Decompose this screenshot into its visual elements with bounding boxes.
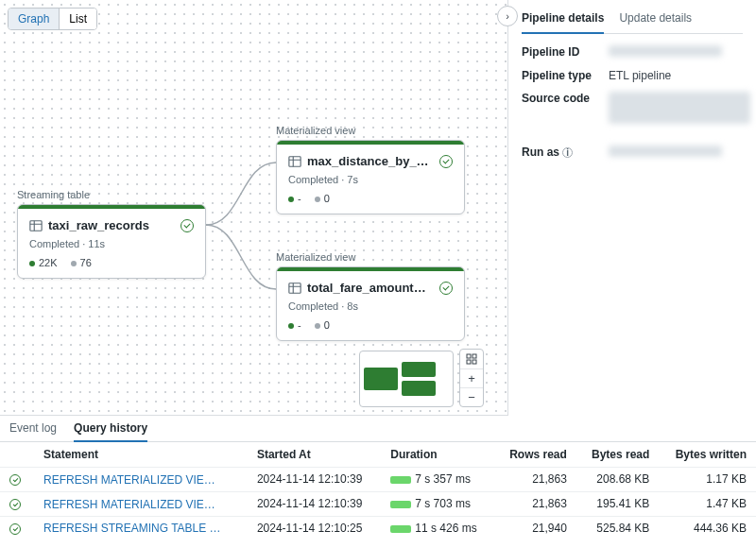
graph-canvas[interactable]: Graph List Streaming table taxi_raw_reco…: [0, 0, 507, 416]
zoom-out-button[interactable]: −: [460, 387, 483, 406]
collapse-details-button[interactable]: ›: [497, 6, 518, 26]
node-title: max_distance_by_…: [307, 154, 434, 168]
node-status: Completed · 7s: [288, 174, 453, 185]
value-pipeline-id: [609, 45, 722, 60]
tab-event-log[interactable]: Event log: [9, 421, 57, 441]
col-rows-read[interactable]: Rows read: [494, 442, 576, 468]
cell-rows: 21,863: [494, 491, 576, 516]
col-statement[interactable]: Statement: [34, 442, 248, 468]
col-bytes-written[interactable]: Bytes written: [659, 442, 756, 468]
cell-bytes-written: 1.47 KB: [659, 491, 756, 516]
node-type-label: Streaming table: [17, 189, 206, 200]
cell-started: 2024-11-14 12:10:39: [248, 491, 381, 516]
svg-rect-12: [472, 360, 476, 364]
svg-rect-6: [289, 283, 301, 293]
statement-link[interactable]: REFRESH MATERIALIZED VIEW total_fa…: [43, 498, 223, 511]
cell-bytes-read: 195.41 KB: [576, 491, 660, 516]
info-icon[interactable]: i: [562, 147, 573, 158]
cell-duration: 7 s 357 ms: [381, 468, 494, 492]
statement-link[interactable]: REFRESH MATERIALIZED VIEW max_di…: [43, 473, 223, 487]
node-title: total_fare_amount…: [307, 281, 434, 295]
cell-duration: 7 s 703 ms: [381, 491, 494, 516]
svg-rect-0: [30, 220, 42, 231]
graph-tab[interactable]: Graph: [9, 9, 59, 29]
tab-update-details[interactable]: Update details: [619, 8, 692, 33]
cell-bytes-written: 1.17 KB: [659, 468, 756, 492]
svg-rect-10: [472, 354, 476, 358]
cell-rows: 21,940: [494, 516, 576, 539]
table-icon: [29, 219, 43, 232]
view-icon: [288, 282, 301, 295]
list-tab[interactable]: List: [59, 9, 96, 29]
view-toggle: Graph List: [8, 8, 97, 30]
node-status: Completed · 8s: [288, 300, 453, 312]
value-run-as: [609, 146, 722, 160]
success-icon: [439, 282, 453, 295]
success-icon: [9, 499, 21, 510]
table-row[interactable]: REFRESH MATERIALIZED VIEW max_di…2024-11…: [0, 468, 756, 492]
node-taxi-raw-records[interactable]: taxi_raw_records Completed · 11s 22K 76: [17, 204, 206, 279]
cell-bytes-written: 444.36 KB: [659, 516, 756, 539]
node-title: taxi_raw_records: [48, 218, 175, 232]
col-duration[interactable]: Duration: [381, 442, 494, 468]
svg-rect-9: [467, 354, 471, 358]
node-type-label: Materialized view: [276, 125, 465, 136]
label-run-as: Run asi: [522, 146, 601, 160]
zoom-controls: + −: [459, 349, 484, 407]
table-row[interactable]: REFRESH MATERIALIZED VIEW total_fa…2024-…: [0, 491, 756, 516]
query-history-table: Statement Started At Duration Rows read …: [0, 442, 756, 539]
col-started-at[interactable]: Started At: [248, 442, 381, 468]
success-icon: [439, 155, 453, 168]
details-panel: › Pipeline details Update details Pipeli…: [507, 0, 756, 416]
view-icon: [288, 155, 301, 168]
node-status: Completed · 11s: [29, 238, 194, 249]
cell-started: 2024-11-14 12:10:25: [248, 516, 381, 539]
node-type-label: Materialized view: [276, 251, 465, 263]
col-bytes-read[interactable]: Bytes read: [576, 442, 660, 468]
node-total-fare[interactable]: total_fare_amount… Completed · 8s - 0: [276, 266, 465, 341]
minimap[interactable]: [359, 351, 454, 407]
value-source-code[interactable]: [609, 92, 750, 127]
cell-duration: 11 s 426 ms: [381, 516, 494, 539]
tab-query-history[interactable]: Query history: [74, 421, 147, 442]
cell-rows: 21,863: [494, 468, 576, 492]
cell-started: 2024-11-14 12:10:39: [248, 468, 381, 492]
table-row[interactable]: REFRESH STREAMING TABLE taxi_raw…2024-11…: [0, 516, 756, 539]
cell-bytes-read: 525.84 KB: [576, 516, 660, 539]
node-max-distance[interactable]: max_distance_by_… Completed · 7s - 0: [276, 140, 465, 214]
value-pipeline-type: ETL pipeline: [609, 69, 671, 82]
success-icon: [9, 523, 21, 535]
zoom-fit-button[interactable]: [460, 350, 483, 368]
svg-rect-11: [467, 360, 471, 364]
label-pipeline-type: Pipeline type: [522, 69, 601, 82]
cell-bytes-read: 208.68 KB: [576, 468, 660, 492]
success-icon: [180, 219, 194, 232]
tab-pipeline-details[interactable]: Pipeline details: [522, 8, 604, 34]
label-source-code: Source code: [522, 92, 601, 127]
svg-rect-3: [289, 156, 301, 166]
statement-link[interactable]: REFRESH STREAMING TABLE taxi_raw…: [43, 522, 223, 535]
zoom-in-button[interactable]: +: [460, 368, 483, 387]
success-icon: [9, 474, 21, 486]
label-pipeline-id: Pipeline ID: [522, 45, 601, 60]
